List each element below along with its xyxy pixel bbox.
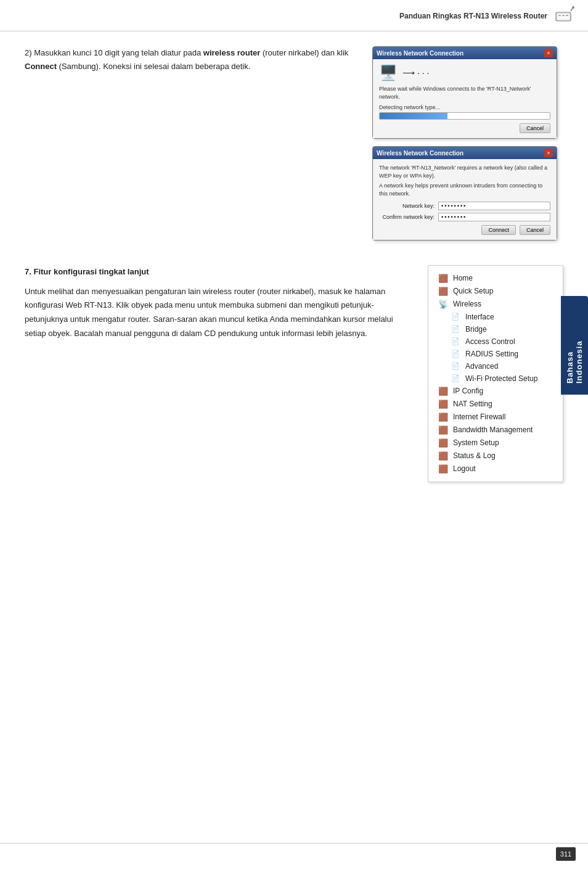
menu-item-radius-setting[interactable]: 📄 RADIUS Setting bbox=[428, 348, 563, 360]
menu-label-firewall: Internet Firewall bbox=[453, 413, 505, 421]
wireless-router-bold: wireless router bbox=[203, 48, 261, 57]
menu-item-wireless[interactable]: 📡 Wireless bbox=[428, 298, 563, 311]
dialog2-text-line1: The network 'RT-N13_Network' requires a … bbox=[379, 164, 550, 179]
menu-label-radius-setting: RADIUS Setting bbox=[465, 350, 518, 358]
menu-label-status-log: Status & Log bbox=[453, 451, 496, 460]
menu-item-interface[interactable]: 📄 Interface bbox=[428, 311, 563, 323]
dialog-connecting: Wireless Network Connection × 🖥️ ⟶ · · ·… bbox=[372, 46, 557, 139]
menu-label-bandwidth: Bandwidth Management bbox=[453, 425, 533, 434]
svg-rect-5 bbox=[562, 15, 565, 16]
dialog-network-key: Wireless Network Connection × The networ… bbox=[372, 146, 557, 240]
dialog2-body: The network 'RT-N13_Network' requires a … bbox=[373, 159, 557, 239]
side-tab-label: Bahasa Indonesia bbox=[565, 307, 584, 384]
system-setup-icon: 🟫 bbox=[438, 438, 448, 448]
logout-icon: 🟫 bbox=[438, 464, 448, 474]
router-icon bbox=[553, 5, 576, 27]
dialog2-field-row-2: Confirm network key: bbox=[379, 213, 550, 221]
menu-item-ip-config[interactable]: 🟫 IP Config bbox=[428, 385, 563, 398]
menu-label-ip-config: IP Config bbox=[453, 387, 483, 395]
dialog1-body: 🖥️ ⟶ · · · Please wait while Windows con… bbox=[373, 59, 557, 138]
menu-item-nat-setting[interactable]: 🟫 NAT Setting bbox=[428, 398, 563, 411]
menu-item-wifi-protected[interactable]: 📄 Wi-Fi Protected Setup bbox=[428, 372, 563, 385]
dialog1-progress-bar bbox=[379, 112, 550, 120]
side-language-tab: Bahasa Indonesia bbox=[561, 296, 588, 395]
svg-rect-4 bbox=[558, 15, 561, 16]
menu-item-home[interactable]: 🟫 Home bbox=[428, 272, 563, 285]
bridge-icon: 📄 bbox=[451, 325, 460, 333]
svg-rect-1 bbox=[557, 14, 570, 20]
dialog1-progress-fill bbox=[380, 113, 447, 119]
nat-icon: 🟫 bbox=[438, 400, 448, 409]
page-number: 311 bbox=[556, 847, 576, 861]
menu-label-quick-setup: Quick Setup bbox=[453, 287, 493, 295]
menu-label-advanced: Advanced bbox=[465, 362, 498, 371]
dialog2-cancel-button[interactable]: Cancel bbox=[520, 225, 550, 235]
section-two-text: 2) Masukkan kunci 10 digit yang telah di… bbox=[25, 46, 357, 240]
menu-item-bridge[interactable]: 📄 Bridge bbox=[428, 323, 563, 335]
dialog2-field-label-2: Confirm network key: bbox=[379, 214, 435, 220]
router-menu: 🟫 Home 🟫 Quick Setup 📡 Wireless 📄 Interf… bbox=[428, 265, 563, 482]
access-control-icon: 📄 bbox=[451, 337, 460, 345]
section-two: 2) Masukkan kunci 10 digit yang telah di… bbox=[25, 46, 563, 240]
menu-item-logout[interactable]: 🟫 Logout bbox=[428, 462, 563, 475]
menu-item-system-setup[interactable]: 🟫 System Setup bbox=[428, 437, 563, 450]
firewall-icon: 🟫 bbox=[438, 413, 448, 422]
section-two-paragraph: 2) Masukkan kunci 10 digit yang telah di… bbox=[25, 46, 357, 73]
footer: 311 bbox=[0, 843, 588, 865]
section-number: 2) bbox=[25, 48, 32, 57]
quick-setup-icon: 🟫 bbox=[438, 287, 448, 296]
section-seven: 7. Fitur konfigurasi tingkat lanjut Untu… bbox=[25, 265, 563, 482]
dialog1-text: Please wait while Windows connects to th… bbox=[379, 85, 550, 101]
menu-label-system-setup: System Setup bbox=[453, 438, 499, 447]
section-text-before-bold1: Masukkan kunci 10 digit yang telah diatu… bbox=[34, 48, 203, 57]
dialog1-close-button[interactable]: × bbox=[544, 49, 553, 57]
bandwidth-icon: 🟫 bbox=[438, 425, 448, 435]
dialog1-cancel-button[interactable]: Cancel bbox=[520, 123, 550, 133]
menu-item-status-log[interactable]: 🟫 Status & Log bbox=[428, 450, 563, 462]
dialogs-area: Wireless Network Connection × 🖥️ ⟶ · · ·… bbox=[372, 46, 563, 240]
svg-rect-6 bbox=[566, 15, 568, 16]
dialog2-text-line2: A network key helps prevent unknown intr… bbox=[379, 182, 550, 197]
section-seven-text: 7. Fitur konfigurasi tingkat lanjut Untu… bbox=[25, 265, 413, 482]
header-title: Panduan Ringkas RT-N13 Wireless Router bbox=[399, 12, 547, 20]
wifi-icon: ⟶ · · · bbox=[402, 68, 429, 78]
dialog2-title: Wireless Network Connection bbox=[377, 150, 463, 157]
dialog1-icon-row: 🖥️ ⟶ · · · bbox=[379, 64, 550, 81]
main-content: 2) Masukkan kunci 10 digit yang telah di… bbox=[0, 31, 588, 497]
dialog2-field-label-1: Network key: bbox=[379, 203, 435, 209]
dialog2-network-key-input[interactable] bbox=[438, 202, 550, 210]
menu-item-quick-setup[interactable]: 🟫 Quick Setup bbox=[428, 285, 563, 298]
menu-label-wifi-protected: Wi-Fi Protected Setup bbox=[465, 374, 537, 383]
home-icon: 🟫 bbox=[438, 274, 448, 283]
section-seven-heading: 7. Fitur konfigurasi tingkat lanjut bbox=[25, 265, 413, 279]
dialog2-titlebar: Wireless Network Connection × bbox=[373, 147, 557, 159]
menu-item-bandwidth[interactable]: 🟫 Bandwidth Management bbox=[428, 424, 563, 437]
menu-item-firewall[interactable]: 🟫 Internet Firewall bbox=[428, 411, 563, 424]
section-seven-body: Untuk melihat dan menyesuaikan pengatura… bbox=[25, 285, 413, 341]
dialog2-connect-button[interactable]: Connect bbox=[481, 225, 516, 235]
menu-label-bridge: Bridge bbox=[465, 325, 487, 334]
menu-item-advanced[interactable]: 📄 Advanced bbox=[428, 360, 563, 372]
network-icon: 🖥️ bbox=[379, 64, 398, 81]
dialog2-confirm-key-input[interactable] bbox=[438, 213, 550, 221]
dialog1-progress-label: Detecting network type... bbox=[379, 104, 550, 110]
menu-label-home: Home bbox=[453, 274, 473, 282]
menu-label-nat-setting: NAT Setting bbox=[453, 400, 492, 408]
radius-icon: 📄 bbox=[451, 350, 460, 358]
dialog2-button-row: Connect Cancel bbox=[379, 225, 550, 235]
wifi-protected-icon: 📄 bbox=[451, 374, 460, 382]
dialog2-close-button[interactable]: × bbox=[544, 149, 553, 157]
svg-point-3 bbox=[572, 6, 574, 9]
advanced-icon: 📄 bbox=[451, 362, 460, 370]
section-text-after-bold2: (Sambung). Koneksi ini selesai dalam beb… bbox=[57, 62, 250, 71]
wireless-icon: 📡 bbox=[438, 300, 448, 309]
connect-bold: Connect bbox=[25, 62, 57, 71]
menu-item-access-control[interactable]: 📄 Access Control bbox=[428, 335, 563, 348]
ip-config-icon: 🟫 bbox=[438, 387, 448, 396]
menu-label-access-control: Access Control bbox=[465, 337, 515, 346]
menu-label-wireless: Wireless bbox=[453, 300, 481, 308]
menu-label-interface: Interface bbox=[465, 313, 494, 321]
dialog1-title: Wireless Network Connection bbox=[377, 50, 463, 57]
dialog1-cancel-row: Cancel bbox=[379, 123, 550, 133]
dialog1-titlebar: Wireless Network Connection × bbox=[373, 47, 557, 59]
